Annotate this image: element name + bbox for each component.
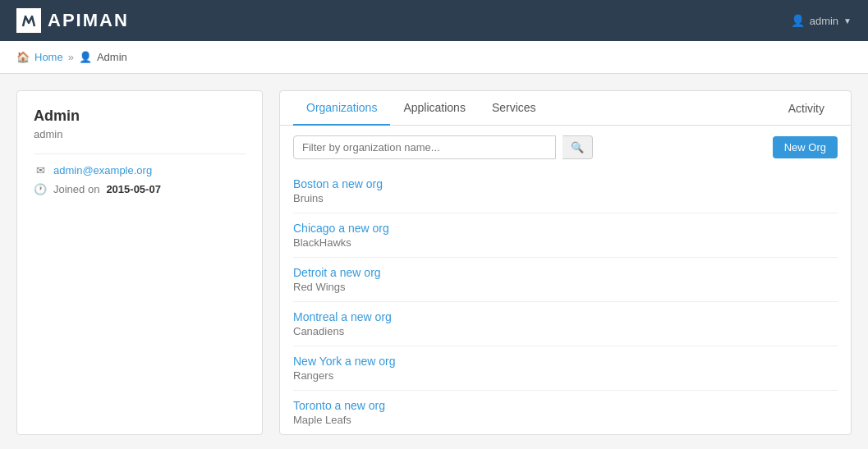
org-link[interactable]: New York a new org <box>293 355 838 368</box>
user-email-row: ✉ admin@example.org <box>34 164 246 176</box>
brand[interactable]: APIMAN <box>16 8 129 33</box>
joined-date: 2015-05-07 <box>106 183 161 195</box>
org-item: New York a new orgRangers <box>293 346 838 391</box>
tab-applications[interactable]: Applications <box>390 91 479 126</box>
tab-activity[interactable]: Activity <box>775 92 838 125</box>
org-panel: Organizations Applications Services Acti… <box>279 90 852 435</box>
svg-rect-0 <box>20 11 38 30</box>
user-menu[interactable]: 👤 admin ▼ <box>791 14 852 27</box>
joined-label: Joined on <box>53 183 99 195</box>
user-handle: admin <box>34 128 246 140</box>
tab-services[interactable]: Services <box>479 91 549 126</box>
org-subtitle: Red Wings <box>293 281 838 293</box>
user-joined-row: 🕐 Joined on 2015-05-07 <box>34 183 246 195</box>
org-item: Montreal a new orgCanadiens <box>293 302 838 346</box>
filter-input[interactable] <box>293 135 556 159</box>
org-subtitle: Maple Leafs <box>293 414 838 426</box>
user-icon: 👤 <box>791 14 805 27</box>
user-email[interactable]: admin@example.org <box>53 164 152 176</box>
org-item: Detroit a new orgRed Wings <box>293 258 838 302</box>
navbar: APIMAN 👤 admin ▼ <box>0 0 868 41</box>
user-panel: Admin admin ✉ admin@example.org 🕐 Joined… <box>16 90 263 435</box>
org-subtitle: Rangers <box>293 369 838 382</box>
email-icon: ✉ <box>34 164 47 176</box>
tab-bar: Organizations Applications Services Acti… <box>280 91 851 126</box>
divider <box>34 153 246 154</box>
org-link[interactable]: Boston a new org <box>293 177 838 190</box>
app-name: APIMAN <box>48 10 129 31</box>
user-label: admin <box>810 15 838 27</box>
search-icon: 🔍 <box>571 141 584 153</box>
home-icon: 🏠 <box>16 51 30 63</box>
user-display-name: Admin <box>34 108 246 125</box>
org-item: Boston a new orgBruins <box>293 169 838 213</box>
org-toolbar: 🔍 New Org <box>280 126 851 169</box>
org-item: Toronto a new orgMaple Leafs <box>293 391 838 434</box>
tab-organizations[interactable]: Organizations <box>293 91 390 126</box>
org-subtitle: Bruins <box>293 192 838 204</box>
org-link[interactable]: Chicago a new org <box>293 222 838 235</box>
search-button[interactable]: 🔍 <box>563 135 593 159</box>
org-link[interactable]: Toronto a new org <box>293 399 838 412</box>
org-subtitle: Canadiens <box>293 325 838 337</box>
org-item: Chicago a new orgBlackHawks <box>293 213 838 258</box>
breadcrumb-current: Admin <box>97 51 127 63</box>
new-org-button[interactable]: New Org <box>773 136 838 158</box>
org-link[interactable]: Detroit a new org <box>293 266 838 279</box>
breadcrumb-separator: » <box>68 51 74 63</box>
main-content: Admin admin ✉ admin@example.org 🕐 Joined… <box>0 74 868 449</box>
admin-icon: 👤 <box>79 51 92 63</box>
org-subtitle: BlackHawks <box>293 236 838 249</box>
clock-icon: 🕐 <box>34 183 47 195</box>
app-logo: APIMAN <box>16 8 129 33</box>
breadcrumb-home[interactable]: Home <box>34 51 63 63</box>
breadcrumb: 🏠 Home » 👤 Admin <box>0 41 868 74</box>
caret-icon: ▼ <box>843 16 852 25</box>
org-link[interactable]: Montreal a new org <box>293 310 838 323</box>
logo-icon <box>16 8 41 33</box>
org-list: Boston a new orgBruinsChicago a new orgB… <box>280 169 851 434</box>
